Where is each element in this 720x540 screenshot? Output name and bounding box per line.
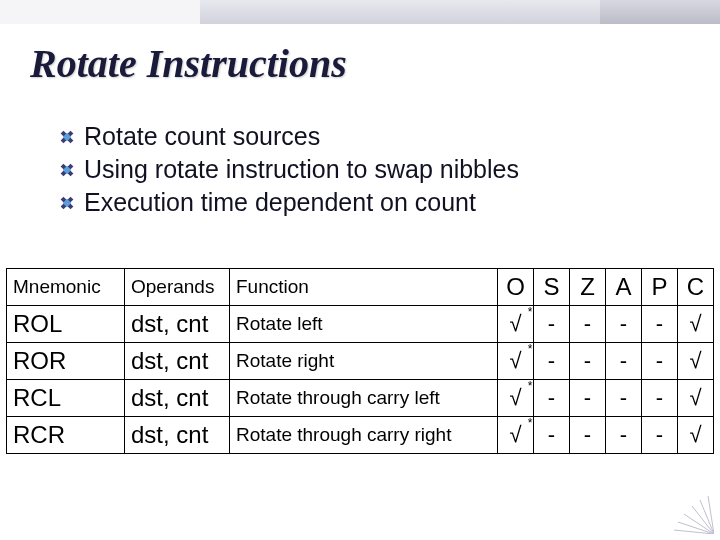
cell-operands: dst, cnt [125, 306, 230, 343]
bullet-item: Execution time dependent on count [60, 188, 680, 217]
table-row: RCLdst, cntRotate through carry left√---… [7, 380, 714, 417]
cell-flag: √ [678, 343, 714, 380]
cell-flag: - [642, 380, 678, 417]
col-header-flag-p: P [642, 269, 678, 306]
cell-flag: √ [678, 380, 714, 417]
table-header-row: Mnemonic Operands Function O S Z A P C [7, 269, 714, 306]
cell-flag: √ [498, 306, 534, 343]
col-header-flag-z: Z [570, 269, 606, 306]
corner-decoration-icon [668, 488, 714, 534]
cell-function: Rotate right [230, 343, 498, 380]
slide-header-bar [0, 0, 720, 24]
cell-flag: - [606, 306, 642, 343]
cell-flag: - [570, 306, 606, 343]
table-body: ROLdst, cntRotate left√----√RORdst, cntR… [7, 306, 714, 454]
instruction-table: Mnemonic Operands Function O S Z A P C R… [6, 268, 714, 454]
col-header-flag-a: A [606, 269, 642, 306]
cell-flag: - [606, 380, 642, 417]
check-star-icon: √ [507, 422, 525, 448]
cell-mnemonic: RCR [7, 417, 125, 454]
cell-flag: - [534, 380, 570, 417]
cell-flag: - [570, 417, 606, 454]
cell-function: Rotate through carry left [230, 380, 498, 417]
table-row: ROLdst, cntRotate left√----√ [7, 306, 714, 343]
col-header-flag-o: O [498, 269, 534, 306]
cell-flag: - [570, 380, 606, 417]
check-star-icon: √ [507, 348, 525, 374]
cell-flag: √ [498, 417, 534, 454]
check-star-icon: √ [507, 385, 525, 411]
bullet-list: Rotate count sources Using rotate instru… [60, 122, 680, 221]
cell-operands: dst, cnt [125, 380, 230, 417]
cell-operands: dst, cnt [125, 417, 230, 454]
bullet-item: Using rotate instruction to swap nibbles [60, 155, 680, 184]
cell-mnemonic: RCL [7, 380, 125, 417]
bullet-text: Rotate count sources [84, 122, 320, 151]
col-header-flag-c: C [678, 269, 714, 306]
col-header-operands: Operands [125, 269, 230, 306]
cell-flag: - [642, 343, 678, 380]
cell-flag: √ [678, 417, 714, 454]
cell-mnemonic: ROL [7, 306, 125, 343]
cell-flag: √ [498, 343, 534, 380]
check-star-icon: √ [507, 311, 525, 337]
table-row: RCRdst, cntRotate through carry right√--… [7, 417, 714, 454]
cell-flag: - [534, 417, 570, 454]
diamond-icon [57, 160, 77, 180]
cell-function: Rotate left [230, 306, 498, 343]
col-header-mnemonic: Mnemonic [7, 269, 125, 306]
cell-mnemonic: ROR [7, 343, 125, 380]
cell-flag: - [642, 417, 678, 454]
bullet-text: Execution time dependent on count [84, 188, 476, 217]
cell-operands: dst, cnt [125, 343, 230, 380]
cell-flag: - [534, 343, 570, 380]
diamond-icon [57, 127, 77, 147]
bullet-item: Rotate count sources [60, 122, 680, 151]
col-header-flag-s: S [534, 269, 570, 306]
cell-flag: - [606, 343, 642, 380]
cell-flag: - [642, 306, 678, 343]
col-header-function: Function [230, 269, 498, 306]
cell-flag: - [570, 343, 606, 380]
cell-flag: - [534, 306, 570, 343]
cell-flag: - [606, 417, 642, 454]
table-row: RORdst, cntRotate right√----√ [7, 343, 714, 380]
slide-title: Rotate Instructions [30, 40, 347, 87]
bullet-text: Using rotate instruction to swap nibbles [84, 155, 519, 184]
diamond-icon [57, 193, 77, 213]
cell-function: Rotate through carry right [230, 417, 498, 454]
cell-flag: √ [678, 306, 714, 343]
cell-flag: √ [498, 380, 534, 417]
